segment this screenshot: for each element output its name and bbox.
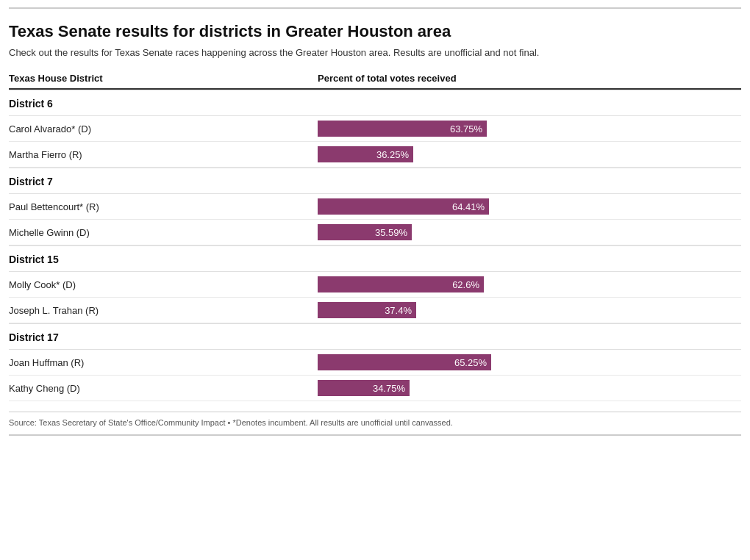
district-header-row: District 15 (9, 246, 741, 272)
source-text: Source: Texas Secretary of State's Offic… (9, 412, 741, 427)
candidate-name: Michelle Gwinn (D) (9, 227, 318, 238)
bar-cell: 64.41% (318, 198, 741, 215)
column-headers: Texas House District Percent of total vo… (9, 73, 741, 90)
district-section: District 15Molly Cook* (D)62.6%Joseph L.… (9, 245, 741, 323)
bar-cell: 62.6% (318, 276, 741, 292)
candidate-name: Joseph L. Trahan (R) (9, 305, 318, 316)
candidate-name: Molly Cook* (D) (9, 279, 318, 290)
district-name: District 15 (9, 254, 318, 265)
candidate-row: Kathy Cheng (D)34.75% (9, 376, 741, 401)
page-title: Texas Senate results for districts in Gr… (9, 22, 741, 41)
district-name: District 17 (9, 331, 318, 343)
district-header-row: District 7 (9, 168, 741, 194)
bar-container: 35.59% (318, 224, 412, 240)
district-section: District 17Joan Huffman (R)65.25%Kathy C… (9, 323, 741, 401)
bar-container: 64.41% (318, 198, 489, 215)
percent-bar: 65.25% (318, 354, 491, 370)
candidate-row: Joan Huffman (R)65.25% (9, 350, 741, 376)
bar-container: 65.25% (318, 354, 491, 370)
district-header-row: District 17 (9, 324, 741, 350)
bar-label: 35.59% (375, 227, 407, 238)
candidate-name: Carol Alvarado* (D) (9, 123, 318, 134)
candidate-row: Molly Cook* (D)62.6% (9, 272, 741, 298)
candidate-name: Joan Huffman (R) (9, 357, 318, 368)
bar-cell: 35.59% (318, 224, 741, 240)
page-wrapper: Texas Senate results for districts in Gr… (0, 0, 750, 450)
top-border (9, 7, 741, 9)
col-header-percent: Percent of total votes received (318, 73, 741, 84)
bar-label: 64.41% (452, 201, 485, 212)
percent-bar: 34.75% (318, 380, 410, 396)
district-name: District 7 (9, 176, 318, 187)
bar-container: 62.6% (318, 276, 484, 292)
col-header-district: Texas House District (9, 73, 318, 84)
percent-bar: 37.4% (318, 302, 416, 318)
district-section: District 6Carol Alvarado* (D)63.75%Marth… (9, 90, 741, 168)
subtitle: Check out the results for Texas Senate r… (9, 47, 741, 58)
candidate-row: Paul Bettencourt* (R)64.41% (9, 194, 741, 220)
bar-cell: 34.75% (318, 380, 741, 396)
bar-label: 37.4% (385, 305, 412, 316)
candidate-name: Martha Fierro (R) (9, 149, 318, 160)
bar-label: 36.25% (376, 149, 409, 160)
bar-cell: 65.25% (318, 354, 741, 370)
districts-container: District 6Carol Alvarado* (D)63.75%Marth… (9, 90, 741, 401)
district-section: District 7Paul Bettencourt* (R)64.41%Mic… (9, 168, 741, 245)
bar-container: 34.75% (318, 380, 410, 396)
percent-bar: 63.75% (318, 121, 487, 137)
bar-cell: 36.25% (318, 146, 741, 162)
bar-label: 65.25% (454, 357, 487, 368)
candidate-name: Paul Bettencourt* (R) (9, 201, 318, 212)
percent-bar: 62.6% (318, 276, 484, 292)
bottom-border (9, 434, 741, 436)
bar-label: 34.75% (373, 383, 405, 394)
candidate-row: Joseph L. Trahan (R)37.4% (9, 298, 741, 323)
candidate-row: Carol Alvarado* (D)63.75% (9, 116, 741, 142)
candidate-row: Michelle Gwinn (D)35.59% (9, 220, 741, 245)
bar-label: 62.6% (452, 279, 479, 290)
bar-container: 37.4% (318, 302, 416, 318)
district-header-row: District 6 (9, 90, 741, 116)
bar-container: 63.75% (318, 121, 487, 137)
percent-bar: 36.25% (318, 146, 413, 162)
bar-cell: 63.75% (318, 121, 741, 137)
candidate-row: Martha Fierro (R)36.25% (9, 142, 741, 168)
bar-container: 36.25% (318, 146, 413, 162)
candidate-name: Kathy Cheng (D) (9, 383, 318, 394)
district-name: District 6 (9, 98, 318, 110)
percent-bar: 35.59% (318, 224, 412, 240)
bar-cell: 37.4% (318, 302, 741, 318)
bar-label: 63.75% (450, 123, 482, 134)
percent-bar: 64.41% (318, 198, 489, 215)
